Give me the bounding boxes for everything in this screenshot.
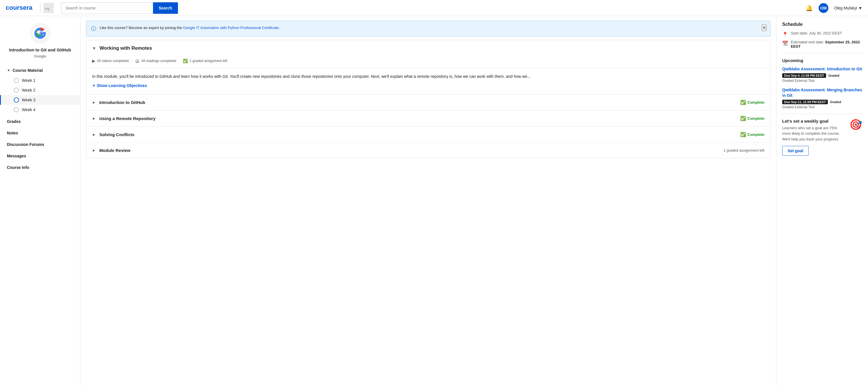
play-icon: ▶ <box>92 59 95 63</box>
status-videos: ▶ All videos completed <box>92 59 129 63</box>
week4-circle <box>14 107 19 112</box>
sidebar-item-notes[interactable]: Notes <box>0 127 80 139</box>
bell-icon[interactable]: 🔔 <box>806 5 813 11</box>
divider-2 <box>782 114 862 114</box>
week3-circle <box>14 97 19 102</box>
course-material-toggle[interactable]: ▼ Course Material <box>0 65 80 76</box>
schedule-end-date: 📆 Estimated end date: September 25, 2022… <box>782 40 862 49</box>
week1-circle <box>14 78 19 83</box>
complete-check-icon: ✅ <box>740 100 746 105</box>
sidebar-item-discussion-forums[interactable]: Discussion Forums <box>0 139 80 150</box>
info-icon: ⓘ <box>91 25 96 32</box>
complete-check-icon: ✅ <box>740 132 746 137</box>
show-objectives-button[interactable]: ▼ Show Learning Objectives <box>92 83 764 89</box>
sidebar-weeks: Week 1 Week 2 Week 3 Week 4 <box>0 76 80 115</box>
lesson-chevron-icon: ► <box>92 116 96 121</box>
svg-text:img: img <box>45 7 50 10</box>
chevron-down-icon: ▼ <box>92 83 96 88</box>
avatar: OM <box>818 3 828 13</box>
chevron-down-icon: ▼ <box>858 6 862 10</box>
sidebar-item-week1[interactable]: Week 1 <box>0 76 80 85</box>
readings-status-text: All readings completed <box>141 59 176 63</box>
upcoming-item-1: Qwiklabs Assessment: Introduction to Git… <box>782 66 862 83</box>
week2-label: Week 2 <box>22 88 35 92</box>
module-status-bar: ▶ All videos completed 🕮 All readings co… <box>86 56 770 68</box>
lesson-row-conflicts[interactable]: ► Solving Conflicts ✅ Complete <box>86 127 770 143</box>
lesson-left: ► Solving Conflicts <box>92 132 134 137</box>
complete-badge: ✅ Complete <box>740 132 764 137</box>
sidebar-item-grades[interactable]: Grades <box>0 116 80 127</box>
lesson-title: Module Review <box>99 148 130 153</box>
due-badge-2: Due Sep 11, 11:59 PM EEST <box>782 100 828 104</box>
course-logo-area: G Introduction to Git and GitHub Google <box>0 23 80 64</box>
main-layout: G Introduction to Git and GitHub Google … <box>0 16 868 386</box>
svg-text:G: G <box>34 26 43 40</box>
search-button[interactable]: Search <box>153 2 178 14</box>
info-banner: ⓘ Like this course? Become an expert by … <box>86 21 770 36</box>
calendar-icon: 📆 <box>782 40 788 46</box>
week4-label: Week 4 <box>22 108 35 112</box>
weekly-goal-desc: Learners who set a goal are 75% more lik… <box>782 125 846 142</box>
videos-status-text: All videos completed <box>97 59 129 63</box>
schedule-title: Schedule <box>782 22 862 27</box>
lesson-chevron-icon: ► <box>92 148 96 152</box>
lesson-row-remote[interactable]: ► Using a Remote Repository ✅ Complete <box>86 111 770 127</box>
lesson-row-github[interactable]: ► Introduction to GitHub ✅ Complete <box>86 94 770 111</box>
banner-close-button[interactable]: ✕ <box>762 24 767 31</box>
sidebar-item-messages[interactable]: Messages <box>0 150 80 162</box>
upcoming-link-1[interactable]: Qwiklabs Assessment: Introduction to Git <box>782 66 862 72</box>
course-thumbnail[interactable]: img <box>43 3 54 13</box>
graded-status: 1 graded assignment left <box>724 148 764 152</box>
show-objectives-label: Show Learning Objectives <box>97 83 147 89</box>
search-bar: Search <box>61 2 178 14</box>
topnav-right: 🔔 OM Oleg Mulskyi ▼ <box>806 3 862 13</box>
left-sidebar: G Introduction to Git and GitHub Google … <box>0 16 81 386</box>
weekly-goal-text: Let's set a weekly goal Learners who set… <box>782 119 846 142</box>
lesson-left: ► Using a Remote Repository <box>92 116 156 121</box>
schedule-start-date: 📍 Start date: July 30, 2022 EEST <box>782 31 862 37</box>
week1-label: Week 1 <box>22 78 35 83</box>
user-name-button[interactable]: Oleg Mulskyi ▼ <box>834 6 862 10</box>
sidebar-item-week3[interactable]: Week 3 <box>0 95 80 105</box>
lesson-left: ► Introduction to GitHub <box>92 100 145 105</box>
weekly-goal-title: Let's set a weekly goal <box>782 119 846 123</box>
week3-label: Week 3 <box>22 98 35 102</box>
right-sidebar: Schedule 📍 Start date: July 30, 2022 EES… <box>776 16 868 386</box>
status-graded: ✅ 1 graded assignment left <box>183 59 227 63</box>
lesson-row-review[interactable]: ► Module Review 1 graded assignment left <box>86 143 770 158</box>
google-logo: G <box>30 23 51 43</box>
tool-label-2: Graded External Tool <box>782 105 862 109</box>
course-title: Introduction to Git and GitHub <box>9 47 71 53</box>
complete-label: Complete <box>747 132 764 137</box>
coursera-logo[interactable]: coursera <box>6 3 37 12</box>
target-icon: 🎯 <box>849 119 862 131</box>
checkmark-icon: ✅ <box>183 59 188 63</box>
upcoming-title: Upcoming <box>782 58 862 63</box>
upcoming-meta-2: Due Sep 11, 11:59 PM EEST Graded <box>782 100 862 104</box>
search-input[interactable] <box>61 2 153 14</box>
complete-badge: ✅ Complete <box>740 100 764 105</box>
weekly-goal-content: Let's set a weekly goal Learners who set… <box>782 119 862 142</box>
sidebar-item-week4[interactable]: Week 4 <box>0 105 80 115</box>
logo-divider <box>40 3 40 12</box>
lesson-chevron-icon: ► <box>92 132 96 137</box>
sidebar-item-week2[interactable]: Week 2 <box>0 85 80 95</box>
module-header[interactable]: ▼ Working with Remotes <box>86 40 770 56</box>
lesson-title: Introduction to GitHub <box>99 100 145 105</box>
graded-status-text: 1 graded assignment left <box>189 59 227 63</box>
logo-area: coursera img <box>6 3 54 13</box>
lesson-left: ► Module Review <box>92 148 130 153</box>
due-badge-1: Due Sep 4, 11:59 PM EEST <box>782 73 826 78</box>
status-readings: 🕮 All readings completed <box>135 59 176 63</box>
upcoming-link-2[interactable]: Qwiklabs Assessment: Merging Branches in… <box>782 87 862 98</box>
complete-check-icon: ✅ <box>740 116 746 121</box>
module-chevron-icon: ▼ <box>92 46 96 51</box>
tool-label-1: Graded External Tool <box>782 79 862 83</box>
banner-link[interactable]: Google IT Automation with Python Profess… <box>183 26 279 30</box>
upcoming-item-2: Qwiklabs Assessment: Merging Branches in… <box>782 87 862 109</box>
complete-badge: ✅ Complete <box>740 116 764 121</box>
sidebar-item-course-info[interactable]: Course Info <box>0 162 80 173</box>
banner-text: Like this course? Become an expert by jo… <box>100 25 280 31</box>
set-goal-button[interactable]: Set goal <box>782 146 809 156</box>
complete-label: Complete <box>747 100 764 105</box>
